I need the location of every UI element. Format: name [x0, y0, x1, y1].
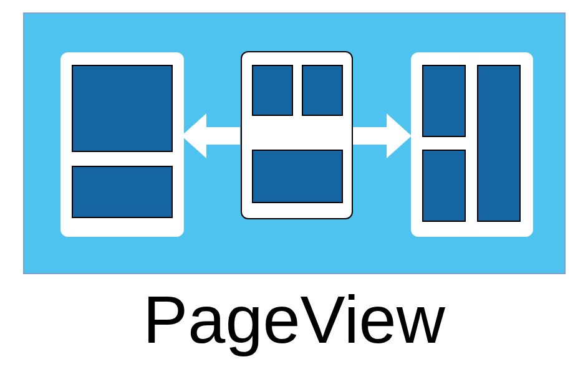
- layout-block: [252, 150, 343, 203]
- arrow-shaft-left: [205, 127, 240, 145]
- diagram-caption: PageView: [143, 280, 445, 358]
- pageview-diagram: [23, 12, 566, 274]
- layout-block: [72, 166, 173, 218]
- layout-block: [252, 65, 293, 116]
- layout-block: [302, 65, 343, 116]
- page-card-right: [411, 52, 533, 237]
- layout-block: [422, 150, 466, 222]
- layout-block: [72, 65, 173, 152]
- arrow-right-icon: [387, 113, 412, 158]
- arrow-left-icon: [181, 113, 206, 158]
- layout-block: [422, 65, 466, 137]
- page-card-left: [60, 52, 184, 237]
- arrow-shaft-right: [353, 127, 388, 145]
- page-card-center: [241, 51, 353, 219]
- layout-block: [477, 65, 521, 222]
